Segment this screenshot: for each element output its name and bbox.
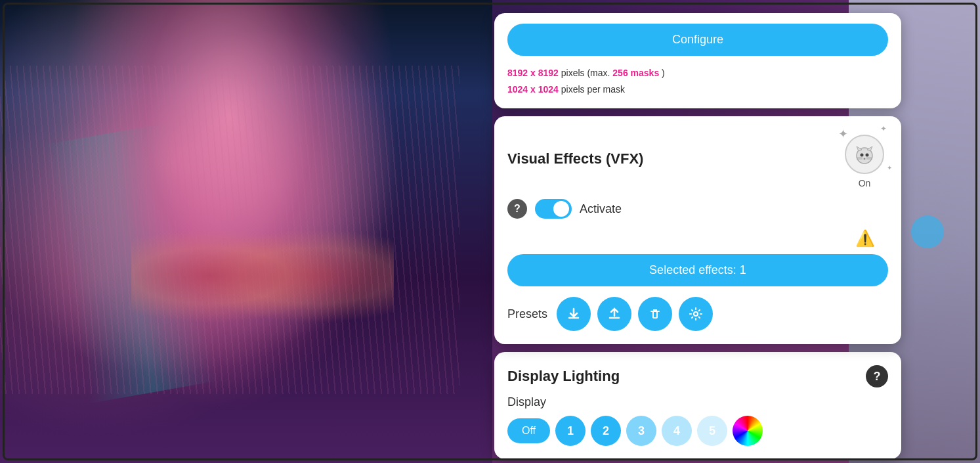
resolution-highlight-3: 1024 x 1024 [507, 84, 559, 95]
lighting-panel: Display Lighting ? Display Off 1 2 3 4 5 [494, 352, 901, 459]
lighting-num-button-2[interactable]: 2 [591, 416, 621, 446]
lighting-buttons: Off 1 2 3 4 5 [507, 416, 888, 446]
resolution-highlight-1: 8192 x 8192 [507, 68, 559, 78]
eye-area [131, 210, 394, 342]
warning-icon: ⚠️ [855, 229, 875, 248]
download-icon [566, 307, 581, 321]
resolution-text-3: pixels per mask [561, 84, 625, 95]
preset-delete-button[interactable] [638, 297, 672, 331]
lighting-num-button-1[interactable]: 1 [555, 416, 586, 446]
sparkle-icon-3: ✦ [887, 164, 892, 171]
cat-icon-container: ✦ ✦ ✦ [841, 129, 888, 188]
lighting-color-wheel-button[interactable] [733, 416, 763, 446]
ui-panels: Configure 8192 x 8192 pixels (max. 256 m… [494, 13, 901, 459]
cat-circle [845, 135, 884, 174]
activate-label: Activate [580, 202, 622, 216]
lighting-help-icon[interactable]: ? [866, 365, 888, 387]
configure-info: 8192 x 8192 pixels (max. 256 masks ) 102… [507, 65, 888, 98]
lighting-header: Display Lighting ? [507, 365, 888, 387]
resolution-text-1: pixels (max. [561, 68, 613, 78]
sparkle-icon-1: ✦ [838, 127, 848, 141]
selected-effects-button[interactable]: Selected effects: 1 [507, 254, 888, 286]
configure-button[interactable]: Configure [507, 24, 888, 56]
svg-point-4 [866, 154, 869, 157]
resolution-text-2: ) [662, 68, 665, 78]
display-label: Display [507, 395, 888, 409]
vfx-activate-row: ? Activate [507, 199, 888, 219]
svg-point-10 [694, 312, 698, 316]
right-blue-circle [911, 215, 944, 248]
lighting-num-button-3[interactable]: 3 [626, 416, 656, 446]
warning-row: ⚠️ [507, 229, 888, 248]
upload-icon [607, 307, 622, 321]
lighting-num-button-4[interactable]: 4 [662, 416, 692, 446]
preset-settings-button[interactable] [679, 297, 713, 331]
cat-icon [853, 143, 876, 165]
vfx-panel: Visual Effects (VFX) ✦ ✦ ✦ [494, 116, 901, 344]
sparkle-cat: ✦ ✦ ✦ [841, 129, 888, 177]
vfx-activate-toggle[interactable] [535, 199, 572, 219]
preset-upload-button[interactable] [597, 297, 631, 331]
presets-label: Presets [507, 307, 547, 321]
gear-icon [689, 307, 703, 321]
lighting-title: Display Lighting [507, 368, 620, 385]
on-label: On [859, 178, 871, 188]
preset-download-button[interactable] [557, 297, 591, 331]
trash-icon [648, 307, 662, 321]
presets-row: Presets [507, 297, 888, 331]
vfx-header: Visual Effects (VFX) ✦ ✦ ✦ [507, 129, 888, 188]
vfx-help-icon[interactable]: ? [507, 199, 527, 219]
resolution-highlight-2: 256 masks [612, 68, 659, 78]
svg-point-3 [861, 154, 864, 157]
lighting-num-button-5[interactable]: 5 [697, 416, 727, 446]
lighting-off-button[interactable]: Off [507, 418, 550, 443]
sparkle-icon-2: ✦ [880, 124, 887, 133]
configure-panel: Configure 8192 x 8192 pixels (max. 256 m… [494, 13, 901, 108]
vfx-title: Visual Effects (VFX) [507, 150, 643, 167]
